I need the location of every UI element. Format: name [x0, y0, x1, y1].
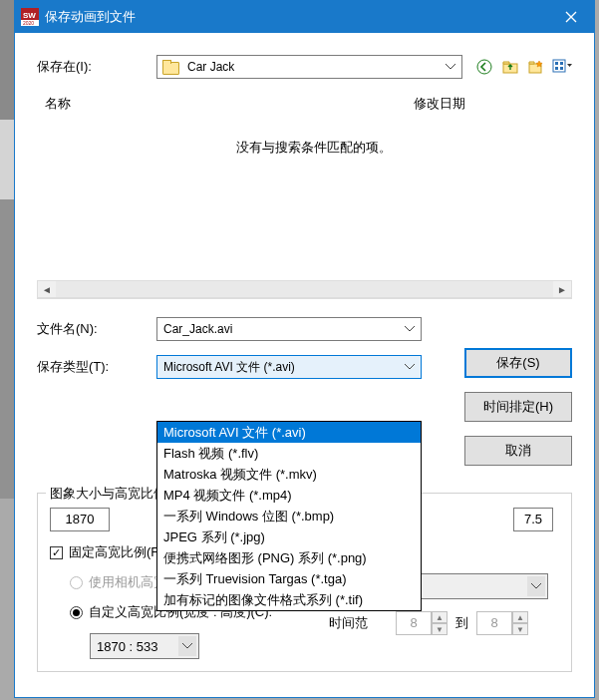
- savetype-select[interactable]: Microsoft AVI 文件 (*.avi): [156, 355, 422, 379]
- svg-point-4: [477, 60, 491, 74]
- savetype-option[interactable]: 便携式网络图形 (PNG) 系列 (*.png): [157, 547, 421, 568]
- svg-rect-10: [555, 67, 558, 70]
- schedule-button[interactable]: 时间排定(H): [464, 392, 572, 422]
- savetype-option[interactable]: 加有标记的图像文件格式系列 (*.tif): [157, 589, 421, 610]
- savetype-label: 保存类型(T):: [37, 358, 156, 376]
- savetype-dropdown-list[interactable]: Microsoft AVI 文件 (*.avi)Flash 视频 (*.flv)…: [156, 421, 422, 611]
- spin-down-icon[interactable]: ▼: [512, 623, 528, 635]
- time-from-spinner[interactable]: 8 ▲▼: [396, 611, 448, 635]
- scroll-track[interactable]: [56, 281, 553, 297]
- chevron-down-icon: [442, 58, 459, 76]
- file-list: 名称 修改日期 没有与搜索条件匹配的项。 ◄ ►: [37, 89, 572, 299]
- radio-off-icon: [70, 576, 83, 589]
- nav-toolbar: [474, 57, 572, 77]
- empty-message: 没有与搜索条件匹配的项。: [37, 139, 572, 157]
- filename-value: Car_Jack.avi: [163, 322, 232, 336]
- scroll-right-icon[interactable]: ►: [553, 281, 571, 297]
- time-to-label: 到: [455, 614, 468, 632]
- new-folder-icon[interactable]: [526, 57, 546, 77]
- spin-up-icon[interactable]: ▲: [432, 611, 448, 623]
- radio-on-icon: [70, 606, 83, 619]
- time-to-spinner[interactable]: 8 ▲▼: [476, 611, 528, 635]
- save-button[interactable]: 保存(S): [464, 348, 572, 378]
- filename-input[interactable]: Car_Jack.avi: [156, 317, 422, 341]
- savetype-option[interactable]: 一系列 Truevision Targas (*.tga): [157, 568, 421, 589]
- savetype-option[interactable]: Microsoft AVI 文件 (*.avi): [157, 422, 421, 443]
- view-menu-icon[interactable]: [552, 57, 572, 77]
- folder-icon: [161, 60, 179, 74]
- svg-text:SW: SW: [23, 11, 36, 20]
- savetype-option[interactable]: 一系列 Windows 位图 (*.bmp): [157, 506, 421, 526]
- titlebar: SW2020 保存动画到文件: [15, 1, 594, 33]
- back-icon[interactable]: [474, 57, 494, 77]
- savetype-value: Microsoft AVI 文件 (*.avi): [163, 359, 295, 376]
- save-in-select[interactable]: Car Jack: [156, 55, 462, 79]
- svg-text:2020: 2020: [23, 20, 34, 26]
- scroll-left-icon[interactable]: ◄: [38, 281, 56, 297]
- chevron-down-icon: [401, 358, 419, 376]
- svg-rect-7: [553, 60, 565, 72]
- close-button[interactable]: [548, 1, 594, 33]
- horizontal-scrollbar[interactable]: ◄ ►: [37, 280, 572, 298]
- spin-down-icon[interactable]: ▼: [432, 623, 448, 635]
- savetype-option[interactable]: JPEG 系列 (*.jpg): [157, 526, 421, 547]
- filename-label: 文件名(N):: [37, 320, 156, 338]
- spin-up-icon[interactable]: ▲: [512, 611, 528, 623]
- ratio-select[interactable]: 1870 : 533: [90, 633, 199, 659]
- savetype-option[interactable]: Matroska 视频文件 (*.mkv): [157, 464, 421, 485]
- svg-rect-11: [560, 67, 563, 70]
- checkbox-checked-icon: ✓: [50, 546, 63, 559]
- file-list-body[interactable]: 没有与搜索条件匹配的项。: [37, 119, 572, 280]
- chevron-down-icon: [401, 320, 419, 338]
- save-in-label: 保存在(I):: [37, 58, 156, 76]
- cancel-button[interactable]: 取消: [464, 436, 572, 466]
- column-header-name[interactable]: 名称: [37, 89, 406, 119]
- up-folder-icon[interactable]: [500, 57, 520, 77]
- timerange-label: 时间范: [329, 614, 368, 632]
- width-input[interactable]: 1870: [50, 508, 110, 531]
- save-in-value: Car Jack: [187, 60, 234, 74]
- chevron-down-icon: [178, 636, 196, 656]
- column-header-date[interactable]: 修改日期: [406, 89, 572, 119]
- svg-rect-9: [560, 62, 563, 65]
- svg-rect-8: [555, 62, 558, 65]
- dialog-title: 保存动画到文件: [45, 8, 548, 26]
- fps-input[interactable]: 7.5: [513, 508, 553, 531]
- chevron-down-icon: [527, 576, 545, 596]
- app-logo-icon: SW2020: [21, 8, 39, 26]
- savetype-option[interactable]: Flash 视频 (*.flv): [157, 443, 421, 464]
- save-animation-dialog: SW2020 保存动画到文件 保存在(I): Car Jack: [14, 0, 595, 698]
- savetype-option[interactable]: MP4 视频文件 (*.mp4): [157, 485, 421, 506]
